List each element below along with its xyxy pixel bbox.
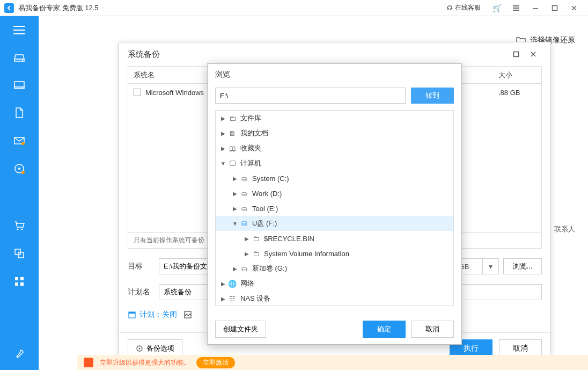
tree-label: 新加卷 (G:) — [252, 264, 287, 273]
network-icon: 🌐 — [227, 280, 237, 288]
svg-point-16 — [18, 168, 20, 170]
promo-text: 立即升级以获得更强大的功能。 — [100, 358, 190, 367]
sidebar-tools-icon[interactable] — [4, 270, 34, 293]
promo-bar: 立即升级以获得更强大的功能。 立即激活 — [77, 355, 588, 370]
tree-item-drive-c[interactable]: ▶ ⛀ System (C:) — [216, 171, 453, 186]
browse-button[interactable]: 浏览... — [503, 258, 542, 274]
image-reserve-link[interactable] — [183, 310, 192, 319]
drive-icon: ⛀ — [239, 175, 249, 183]
dialog1-title-text: 系统备份 — [128, 49, 160, 60]
dialog1-close-button[interactable] — [525, 46, 542, 63]
tree-item-library[interactable]: ▶ 🗀 文件库 — [216, 111, 453, 126]
drive-icon: ⛀ — [239, 265, 249, 273]
tree-item-recycle[interactable]: ▶ 🗀 $RECYCLE.BIN — [216, 231, 453, 246]
chevron-right-icon: ▶ — [231, 266, 239, 272]
svg-rect-6 — [13, 30, 25, 31]
titlebar: 易我备份专家 免费版 12.5 ☊ 在线客服 🛒 — [0, 0, 588, 16]
tree-item-network[interactable]: ▶ 🌐 网络 — [216, 276, 453, 291]
shopping-bag-icon — [84, 358, 93, 367]
online-support-link[interactable]: ☊ 在线客服 — [447, 3, 481, 12]
target-dropdown-button[interactable]: ▾ — [483, 258, 499, 274]
app-logo-icon — [4, 3, 14, 13]
create-folder-button[interactable]: 创建文件夹 — [215, 321, 266, 338]
usb-drive-icon: ⛁ — [239, 220, 249, 228]
tree-label: System (C:) — [252, 175, 289, 183]
tree-item-favorites[interactable]: ▶ 🕮 收藏夹 — [216, 141, 453, 156]
tree-label: U盘 (F:) — [252, 219, 277, 228]
svg-rect-23 — [20, 277, 24, 280]
sidebar-disk-backup-icon[interactable] — [4, 45, 34, 69]
hamburger-icon[interactable] — [4, 19, 34, 41]
tree-item-computer[interactable]: ▼ 🖵 计算机 — [216, 156, 453, 171]
sidebar-settings-icon[interactable] — [4, 342, 34, 366]
ok-button[interactable]: 确定 — [363, 321, 406, 338]
target-label: 目标 — [128, 262, 159, 271]
chevron-right-icon: ▶ — [231, 176, 239, 182]
sidebar-file-backup-icon[interactable] — [4, 101, 34, 125]
tree-item-nas[interactable]: ▶ ☷ NAS 设备 — [216, 291, 453, 306]
path-input[interactable] — [215, 88, 406, 104]
col-size: 大小 — [493, 70, 541, 80]
computer-icon: 🖵 — [227, 159, 237, 168]
chevron-right-icon: ▶ — [219, 146, 227, 151]
tree-label: 计算机 — [240, 158, 261, 168]
svg-rect-10 — [14, 82, 24, 87]
svg-rect-24 — [15, 282, 18, 286]
dialog1-maximize-button[interactable] — [508, 46, 525, 63]
svg-point-17 — [21, 171, 25, 174]
svg-point-14 — [21, 142, 25, 145]
library-icon: 🗀 — [227, 114, 237, 122]
app-title: 易我备份专家 免费版 12.5 — [18, 3, 99, 13]
chevron-right-icon: ▶ — [219, 130, 227, 136]
online-support-label: 在线客服 — [455, 3, 481, 12]
svg-rect-25 — [20, 282, 24, 286]
close-button[interactable] — [564, 1, 584, 16]
svg-rect-2 — [513, 10, 519, 11]
chevron-right-icon: ▶ — [242, 251, 251, 257]
schedule-label: 计划：关闭 — [139, 310, 177, 320]
tree-item-drive-g[interactable]: ▶ ⛀ 新加卷 (G:) — [216, 261, 453, 276]
sidebar — [0, 16, 39, 370]
tree-item-documents[interactable]: ▶ 🗎 我的文档 — [216, 126, 453, 141]
chevron-right-icon: ▶ — [219, 281, 227, 287]
activate-button[interactable]: 立即激活 — [196, 357, 235, 368]
tree-label: 文件库 — [240, 113, 261, 123]
browse-cancel-button[interactable]: 取消 — [411, 321, 454, 338]
svg-rect-1 — [513, 8, 519, 9]
activate-label: 立即激活 — [203, 359, 229, 366]
sidebar-clone-icon[interactable] — [4, 242, 34, 265]
tree-item-svi[interactable]: ▶ 🗀 System Volume Information — [216, 246, 453, 261]
svg-rect-4 — [553, 5, 557, 10]
tree-item-drive-d[interactable]: ▶ ⛀ Work (D:) — [216, 186, 453, 201]
sidebar-system-backup-icon[interactable] — [4, 73, 34, 97]
sidebar-cart-icon[interactable] — [4, 214, 34, 237]
tree-item-drive-f[interactable]: ▼ ⛁ U盘 (F:) — [216, 216, 453, 231]
tree-label: Work (D:) — [252, 190, 282, 198]
drive-icon: ⛀ — [239, 190, 249, 198]
goto-button[interactable]: 转到 — [411, 88, 454, 104]
schedule-link[interactable]: 计划：关闭 — [128, 310, 177, 320]
svg-point-18 — [17, 229, 19, 230]
row-system-name: Microsoft Windows — [145, 89, 204, 97]
minimize-button[interactable] — [526, 1, 545, 16]
svg-point-12 — [22, 88, 23, 89]
tree-label: $RECYCLE.BIN — [264, 235, 314, 243]
menu-more-icon[interactable] — [506, 1, 526, 16]
chevron-right-icon: ▶ — [242, 236, 251, 242]
windows-icon — [134, 89, 141, 96]
cart-icon[interactable]: 🛒 — [487, 1, 506, 16]
browse-dialog: 浏览 转到 ▶ 🗀 文件库 ▶ 🗎 我的文档 ▶ 🕮 — [207, 63, 462, 345]
bookmark-icon: 🕮 — [227, 144, 237, 153]
svg-point-9 — [22, 60, 23, 61]
chevron-right-icon: ▶ — [231, 191, 239, 197]
svg-rect-7 — [13, 33, 25, 34]
sidebar-smart-backup-icon[interactable] — [4, 157, 34, 180]
maximize-button[interactable] — [545, 1, 564, 16]
image-icon — [183, 310, 192, 319]
row-size-value: .88 GB — [493, 89, 541, 97]
folder-icon: 🗀 — [251, 250, 261, 258]
content-area: 选择镜像还原 联系人 系统备份 系统名 大小 — [39, 16, 588, 370]
sidebar-mail-backup-icon[interactable] — [4, 129, 34, 153]
col-system-name: 系统名 — [128, 70, 193, 80]
tree-item-drive-e[interactable]: ▶ ⛀ Tool (E:) — [216, 201, 453, 216]
